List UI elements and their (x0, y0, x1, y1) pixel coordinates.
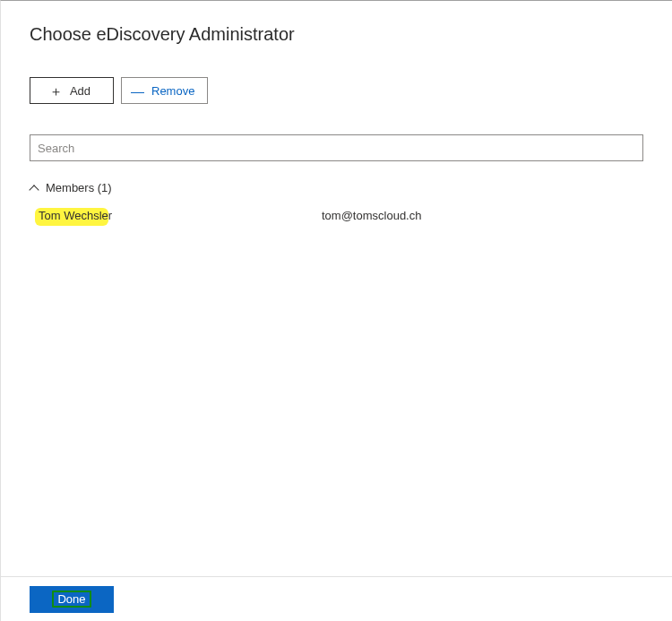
members-header-label: Members (1) (46, 181, 112, 194)
members-toggle[interactable]: Members (1) (30, 181, 112, 194)
chevron-up-icon (30, 184, 39, 193)
add-button[interactable]: ＋ Add (30, 77, 114, 104)
highlight-marker (52, 591, 90, 608)
panel-content: Choose eDiscovery Administrator ＋ Add — … (1, 1, 672, 226)
done-button[interactable]: Done (30, 586, 114, 613)
page-title: Choose eDiscovery Administrator (30, 24, 643, 45)
minus-icon: — (131, 84, 144, 98)
add-button-label: Add (70, 84, 90, 98)
member-name: Tom Wechsler (39, 209, 322, 222)
toolbar: ＋ Add — Remove (30, 77, 643, 104)
member-row[interactable]: Tom Wechsler tom@tomscloud.ch (30, 207, 643, 226)
remove-button-label: Remove (151, 84, 194, 98)
footer-bar: Done (1, 576, 672, 621)
remove-button[interactable]: — Remove (121, 77, 208, 104)
search-input[interactable] (30, 134, 643, 161)
member-name-text: Tom Wechsler (39, 209, 112, 222)
member-email: tom@tomscloud.ch (322, 209, 421, 222)
plus-icon: ＋ (49, 84, 63, 98)
